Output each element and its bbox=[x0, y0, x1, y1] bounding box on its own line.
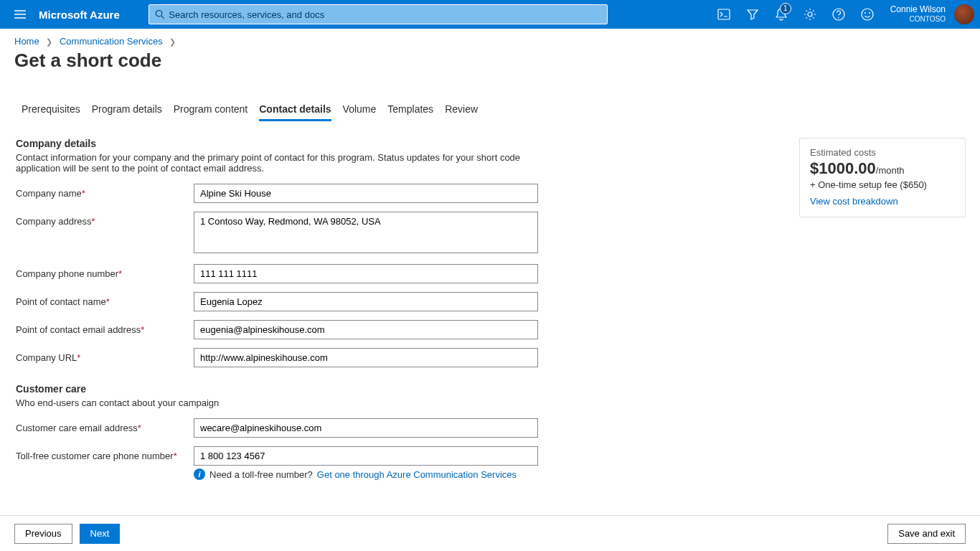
search-icon bbox=[155, 9, 165, 19]
poc-name-label: Point of contact name bbox=[16, 296, 106, 307]
tab-volume[interactable]: Volume bbox=[343, 99, 377, 121]
search-input[interactable] bbox=[169, 9, 606, 20]
company-name-input[interactable] bbox=[194, 184, 538, 203]
avatar[interactable] bbox=[954, 4, 974, 24]
footer: Previous Next Save and exit bbox=[0, 515, 980, 551]
svg-point-3 bbox=[808, 12, 812, 17]
notifications-icon[interactable]: 1 bbox=[767, 0, 796, 29]
care-email-input[interactable] bbox=[194, 418, 538, 438]
care-section-title: Customer care bbox=[16, 383, 964, 395]
svg-line-1 bbox=[161, 16, 164, 19]
poc-email-label: Point of contact email address bbox=[16, 324, 141, 335]
cost-breakdown-link[interactable]: View cost breakdown bbox=[810, 196, 955, 207]
company-name-label: Company name bbox=[16, 188, 82, 199]
poc-name-input[interactable] bbox=[194, 292, 538, 311]
care-phone-label: Toll-free customer care phone number bbox=[16, 451, 174, 461]
tab-program-content[interactable]: Program content bbox=[174, 99, 248, 121]
company-section-desc: Contact information for your company and… bbox=[16, 152, 561, 174]
svg-point-6 bbox=[862, 9, 873, 20]
chevron-right-icon: ❯ bbox=[169, 37, 176, 46]
svg-point-0 bbox=[156, 10, 161, 16]
poc-email-input[interactable] bbox=[194, 320, 538, 339]
tab-prerequisites[interactable]: Prerequisites bbox=[22, 99, 80, 121]
company-url-label: Company URL bbox=[16, 352, 77, 363]
cost-card: Estimated costs $1000.00/month + One-tim… bbox=[799, 138, 966, 217]
company-url-input[interactable] bbox=[194, 348, 538, 367]
company-address-label: Company address bbox=[16, 216, 92, 227]
save-exit-button[interactable]: Save and exit bbox=[887, 524, 966, 544]
tabs: Prerequisites Program details Program co… bbox=[0, 99, 980, 121]
company-address-input[interactable] bbox=[194, 212, 538, 253]
page-title: Get a short code bbox=[0, 47, 980, 82]
helper-link[interactable]: Get one through Azure Communication Serv… bbox=[317, 469, 517, 480]
directory-filter-icon[interactable] bbox=[738, 0, 767, 29]
svg-point-8 bbox=[869, 12, 870, 14]
company-phone-label: Company phone number bbox=[16, 268, 118, 279]
user-info[interactable]: Connie Wilson CONTOSO bbox=[890, 4, 946, 24]
global-search[interactable] bbox=[149, 4, 608, 24]
help-icon[interactable] bbox=[824, 0, 853, 29]
svg-point-7 bbox=[864, 12, 866, 14]
cost-amount: $1000.00 bbox=[810, 159, 876, 177]
care-phone-input[interactable] bbox=[194, 446, 538, 466]
helper-text: Need a toll-free number? bbox=[209, 469, 313, 480]
tab-templates[interactable]: Templates bbox=[387, 99, 433, 121]
cloud-shell-icon[interactable] bbox=[710, 0, 738, 29]
info-icon: i bbox=[194, 468, 205, 480]
company-phone-input[interactable] bbox=[194, 264, 538, 283]
breadcrumb-home[interactable]: Home bbox=[14, 36, 39, 47]
breadcrumb: Home ❯ Communication Services ❯ bbox=[0, 29, 980, 47]
user-name: Connie Wilson bbox=[890, 4, 946, 14]
svg-rect-2 bbox=[718, 9, 730, 19]
care-section-desc: Who end-users can contact about your cam… bbox=[16, 397, 561, 408]
tab-review[interactable]: Review bbox=[445, 99, 478, 121]
brand-label: Microsoft Azure bbox=[39, 9, 120, 21]
top-bar: Microsoft Azure 1 Connie Wilson CONTOSO bbox=[0, 0, 980, 29]
cost-title: Estimated costs bbox=[810, 147, 955, 158]
tab-program-details[interactable]: Program details bbox=[92, 99, 162, 121]
tenant-name: CONTOSO bbox=[910, 14, 946, 24]
cost-period: /month bbox=[876, 165, 905, 176]
settings-icon[interactable] bbox=[796, 0, 824, 29]
tab-contact-details[interactable]: Contact details bbox=[259, 99, 331, 121]
care-email-label: Customer care email address bbox=[16, 423, 138, 433]
chevron-right-icon: ❯ bbox=[46, 37, 52, 46]
svg-point-5 bbox=[838, 17, 839, 19]
feedback-icon[interactable] bbox=[853, 0, 882, 29]
next-button[interactable]: Next bbox=[80, 524, 121, 544]
cost-setup: + One-time setup fee ($650) bbox=[810, 179, 955, 190]
previous-button[interactable]: Previous bbox=[14, 524, 72, 544]
breadcrumb-service[interactable]: Communication Services bbox=[60, 36, 163, 47]
notification-badge: 1 bbox=[780, 3, 791, 14]
menu-icon[interactable] bbox=[6, 0, 34, 29]
